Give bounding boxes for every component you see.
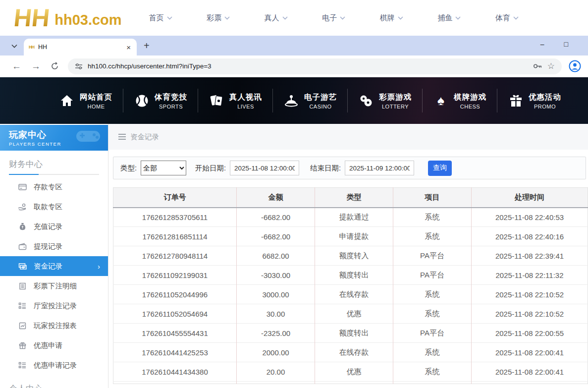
sidebar-item-deposit-zone[interactable]: 存款专区› (0, 177, 108, 197)
top-nav-sports[interactable]: 体育 (495, 13, 519, 23)
logo-domain-text: hh03.com (54, 12, 121, 29)
forward-button[interactable]: → (26, 61, 46, 72)
window-minimize-button[interactable]: – (540, 41, 544, 48)
sidebar: 玩家中心 PLAYERS CENTER 财务中心 存款专区› 取款专区› 充值记… (0, 124, 108, 388)
gamepad-icon (75, 128, 101, 147)
cell-amount: -3030.00 (237, 266, 315, 285)
cell-order-number: 1762611052054694 (113, 304, 237, 324)
sidebar-item-recharge-records[interactable]: 充值记录› (0, 217, 108, 236)
tab-favicon: HH (29, 45, 34, 50)
type-select[interactable]: 全部 (141, 161, 186, 175)
col-process-time: 处理时间 (472, 188, 588, 208)
lottery-balls-icon (358, 94, 374, 108)
url-text[interactable]: hh100.cc/hhcp/usercenter.html?iniType=3 (88, 62, 528, 70)
cell-order-number: 1762612816851114 (113, 227, 237, 246)
tab-title: HH (38, 44, 121, 51)
sidebar-item-label: 优惠申请记录 (34, 361, 77, 370)
chevron-down-icon (398, 16, 403, 20)
cell-process-time: 2025-11-08 22:11:32 (472, 266, 588, 285)
address-bar[interactable]: hh100.cc/hhcp/usercenter.html?iniType=3 … (68, 58, 562, 74)
chevron-down-icon (455, 16, 461, 20)
cell-project: PA平台 (393, 266, 472, 285)
cell-amount: -6682.00 (237, 208, 315, 227)
game-nav-chess[interactable]: ♠ 棋牌游戏CHESS (422, 89, 497, 112)
end-date-input[interactable] (345, 161, 414, 175)
report-chart-icon (18, 322, 27, 330)
site-header: HH hh03.com 首页 彩票 真人 电子 棋牌 捕鱼 体育 (0, 0, 588, 36)
wallet-icon (18, 243, 27, 250)
game-nav-lives[interactable]: 真人视讯LIVES (198, 89, 272, 112)
game-nav-casino[interactable]: 电子游艺CASINO (272, 89, 347, 112)
table-row: 1762611092199031 -3030.00 额度转出 PA平台 2025… (113, 266, 588, 285)
cell-amount: 3000.00 (237, 285, 315, 304)
cell-order-number: 1762612780948114 (113, 246, 237, 266)
password-key-icon[interactable] (533, 63, 542, 69)
new-tab-button[interactable]: + (144, 40, 150, 52)
site-info-icon[interactable] (75, 62, 83, 70)
fund-records-table: 订单号 金额 类型 项目 处理时间 1762612853705611 -6682… (113, 187, 588, 384)
game-nav-zh: 电子游艺 (304, 92, 337, 103)
sidebar-item-withdraw-zone[interactable]: 取款专区› (0, 197, 108, 217)
game-nav-zh: 真人视讯 (229, 92, 262, 103)
start-date-input[interactable] (230, 161, 299, 175)
sidebar-item-hall-bet-records[interactable]: 厅室投注记录› (0, 296, 108, 316)
cell-process-time: 2025-11-08 22:00:41 (472, 362, 588, 382)
game-nav-promo[interactable]: 优惠活动PROMO (497, 89, 572, 112)
sidebar-item-player-bet-report[interactable]: 玩家投注报表› (0, 316, 108, 335)
sidebar-item-lottery-bet-details[interactable]: 彩票下注明细› (0, 276, 108, 296)
game-nav-en: CASINO (309, 104, 331, 110)
top-nav-live[interactable]: 真人 (265, 13, 288, 23)
browser-profile-icon[interactable] (569, 60, 581, 72)
players-center-banner: 玩家中心 PLAYERS CENTER (0, 125, 108, 151)
bookmark-star-icon[interactable]: ☆ (547, 61, 555, 71)
reload-button[interactable] (46, 62, 64, 70)
cell-project: PA平台 (393, 324, 472, 343)
table-row: 1762610441425253 2000.00 在线存款 系统 2025-11… (113, 343, 588, 362)
active-arrow-icon: › (98, 262, 100, 271)
cell-type: 提款通过 (315, 208, 393, 227)
game-nav-home[interactable]: 网站首页HOME (49, 89, 123, 112)
top-nav-chess[interactable]: 棋牌 (380, 13, 403, 23)
top-nav-lottery[interactable]: 彩票 (207, 13, 230, 23)
top-nav-fishing[interactable]: 捕鱼 (437, 13, 461, 23)
spade-icon: ♠ (433, 94, 449, 108)
list-checklist-icon (18, 302, 27, 309)
menu-icon (118, 134, 126, 140)
sidebar-item-promo-apply-records[interactable]: 优惠申请记录› (0, 355, 108, 375)
tab-search-chevron-icon[interactable] (8, 40, 21, 53)
game-nav-en: LOTTERY (382, 104, 409, 110)
personal-section-header: 个人中心 (0, 375, 108, 388)
back-button[interactable]: ← (7, 61, 26, 72)
browser-tab[interactable]: HH HH × (24, 39, 137, 55)
cell-type: 优惠 (315, 362, 393, 382)
sidebar-item-label: 资金记录 (34, 262, 62, 271)
sidebar-item-withdrawal-records[interactable]: 提现记录› (0, 236, 108, 256)
col-type: 类型 (315, 188, 393, 208)
window-controls: – □ (540, 36, 583, 48)
sidebar-item-fund-records[interactable]: 资金记录› (0, 256, 108, 276)
table-row-partial (113, 382, 588, 384)
cell-order-number: 1762612853705611 (113, 208, 237, 227)
cell-order-number: 1762610441425253 (113, 343, 237, 362)
end-date-label: 结束日期: (310, 164, 341, 173)
sidebar-item-label: 厅室投注记录 (34, 301, 77, 311)
tab-close-icon[interactable]: × (125, 43, 132, 52)
game-nav-lottery[interactable]: 彩票游戏LOTTERY (347, 89, 422, 112)
sidebar-item-promo-apply[interactable]: 优惠申请› (0, 335, 108, 355)
top-nav-home[interactable]: 首页 (149, 13, 172, 23)
cell-amount: 20.00 (237, 362, 315, 382)
sidebar-item-label: 提现记录 (34, 242, 62, 251)
sidebar-item-label: 优惠申请 (34, 341, 62, 350)
search-button[interactable]: 查询 (428, 161, 452, 176)
top-nav: 首页 彩票 真人 电子 棋牌 捕鱼 体育 (149, 13, 519, 23)
cell-process-time: 2025-11-08 22:10:52 (472, 304, 588, 324)
window-maximize-button[interactable]: □ (564, 41, 568, 48)
chevron-down-icon (340, 16, 345, 20)
cell-process-time: 2025-11-08 22:10:52 (472, 285, 588, 304)
top-nav-slots[interactable]: 电子 (322, 13, 345, 23)
cell-type: 额度转出 (315, 324, 393, 343)
site-logo[interactable]: HH hh03.com (14, 7, 122, 29)
game-nav-zh: 网站首页 (80, 92, 112, 103)
game-nav-sports[interactable]: 体育竞技SPORTS (123, 89, 198, 112)
cell-project: 系统 (393, 208, 472, 227)
